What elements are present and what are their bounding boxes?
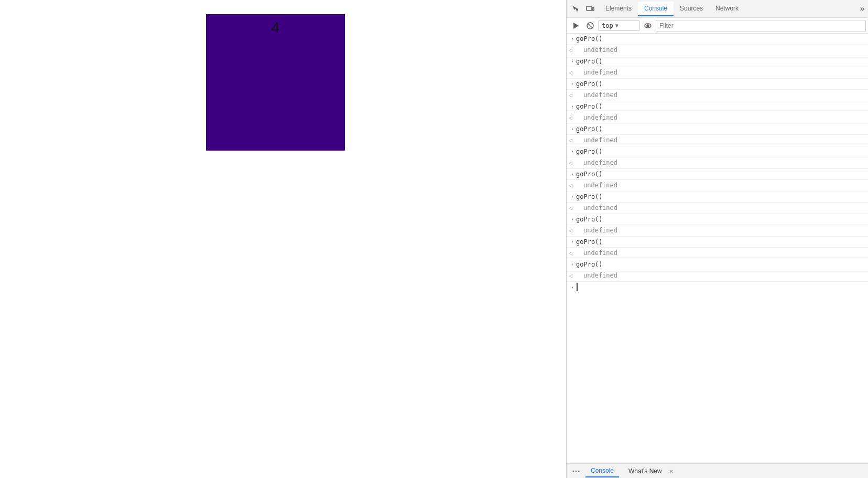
tab-elements[interactable]: Elements	[599, 2, 638, 16]
console-output: › goPro() ◁ undefined › goPro() ◁ undefi…	[567, 34, 868, 463]
console-entry-21: › goPro()	[567, 259, 868, 270]
page-content: 4	[0, 0, 566, 478]
filter-input[interactable]	[656, 20, 866, 31]
console-func-7: goPro()	[576, 102, 603, 111]
console-entry-14: ◁ undefined	[567, 180, 868, 192]
expand-arrow-19[interactable]: ›	[569, 237, 576, 247]
console-entry-8: ◁ undefined	[567, 112, 868, 124]
console-entry-17: › goPro()	[567, 214, 868, 225]
expand-arrow-7[interactable]: ›	[569, 102, 576, 111]
console-cursor	[577, 283, 578, 291]
devtools-top-tabs: Elements Console Sources Network »	[599, 2, 868, 16]
return-arrow-4: ◁	[569, 68, 576, 78]
console-func-21: goPro()	[576, 260, 603, 269]
console-entry-16: ◁ undefined	[567, 203, 868, 214]
console-entry-10: ◁ undefined	[567, 135, 868, 146]
svg-marker-2	[573, 23, 579, 29]
console-undefined-12: undefined	[576, 158, 617, 167]
console-func-13: goPro()	[576, 169, 603, 179]
console-entry-2: ◁ undefined	[567, 45, 868, 56]
expand-arrow-3[interactable]: ›	[569, 57, 576, 66]
console-func-3: goPro()	[576, 57, 603, 66]
console-func-17: goPro()	[576, 215, 603, 224]
console-entry-6: ◁ undefined	[567, 90, 868, 101]
console-entry-7: › goPro()	[567, 101, 868, 112]
expand-arrow-15[interactable]: ›	[569, 192, 576, 201]
svg-point-6	[647, 25, 649, 27]
console-func-15: goPro()	[576, 192, 603, 201]
clear-console-icon[interactable]	[583, 19, 597, 33]
box-number: 4	[272, 19, 280, 36]
return-arrow-6: ◁	[569, 90, 576, 100]
return-arrow-18: ◁	[569, 226, 576, 236]
return-arrow-20: ◁	[569, 248, 576, 258]
console-undefined-14: undefined	[576, 180, 617, 190]
eye-icon[interactable]	[641, 19, 655, 33]
console-entry-15: › goPro()	[567, 192, 868, 203]
console-undefined-2: undefined	[576, 45, 617, 55]
purple-box: 4	[206, 14, 345, 151]
return-arrow-22: ◁	[569, 271, 576, 281]
console-entry-20: ◁ undefined	[567, 248, 868, 259]
expand-arrow-17[interactable]: ›	[569, 215, 576, 224]
bottom-tab-console[interactable]: Console	[585, 465, 619, 477]
close-whats-new-button[interactable]: ✕	[667, 468, 675, 475]
console-entry-19: › goPro()	[567, 237, 868, 248]
return-arrow-14: ◁	[569, 180, 576, 190]
more-tabs-icon[interactable]: »	[856, 2, 868, 16]
console-entry-11: › goPro()	[567, 146, 868, 157]
svg-point-9	[578, 470, 580, 472]
console-undefined-16: undefined	[576, 203, 617, 213]
console-entry-1: › goPro()	[567, 34, 868, 45]
svg-rect-0	[587, 6, 592, 10]
console-undefined-18: undefined	[576, 226, 617, 235]
console-entry-12: ◁ undefined	[567, 157, 868, 169]
expand-arrow-21[interactable]: ›	[569, 260, 576, 269]
bottom-tab-whats-new-group: What's New ✕	[623, 465, 675, 477]
expand-arrow-5[interactable]: ›	[569, 79, 576, 89]
expand-arrow-11[interactable]: ›	[569, 147, 576, 156]
prompt-arrow: ›	[569, 282, 576, 292]
console-undefined-22: undefined	[576, 271, 617, 280]
device-toolbar-icon[interactable]	[583, 2, 597, 16]
tab-console[interactable]: Console	[638, 2, 674, 16]
svg-rect-1	[592, 7, 594, 10]
console-toolbar: top ▼	[567, 18, 868, 34]
console-input-line[interactable]: ›	[567, 282, 868, 292]
console-entry-13: › goPro()	[567, 169, 868, 180]
execute-icon[interactable]	[569, 19, 582, 33]
console-undefined-4: undefined	[576, 68, 617, 77]
console-undefined-6: undefined	[576, 90, 617, 100]
return-arrow-10: ◁	[569, 135, 576, 145]
svg-point-8	[576, 470, 577, 472]
console-func-1: goPro()	[576, 34, 603, 44]
console-entry-4: ◁ undefined	[567, 67, 868, 79]
console-undefined-20: undefined	[576, 248, 617, 258]
inspect-element-icon[interactable]	[569, 2, 582, 16]
console-undefined-10: undefined	[576, 135, 617, 145]
main-area: 4 Elements Console	[0, 0, 868, 478]
context-selector[interactable]: top ▼	[598, 20, 640, 31]
console-undefined-8: undefined	[576, 113, 617, 122]
expand-arrow-13[interactable]: ›	[569, 169, 576, 179]
tab-network[interactable]: Network	[709, 2, 745, 16]
bottom-menu-icon[interactable]	[571, 466, 581, 476]
bottom-tab-whats-new[interactable]: What's New	[623, 465, 667, 477]
bottom-tab-group: Console	[585, 465, 619, 477]
console-func-9: goPro()	[576, 124, 603, 134]
console-entry-9: › goPro()	[567, 124, 868, 135]
devtools-panel: Elements Console Sources Network »	[566, 0, 868, 478]
devtools-header: Elements Console Sources Network »	[567, 0, 868, 18]
chevron-down-icon: ▼	[615, 23, 619, 28]
return-arrow-16: ◁	[569, 203, 576, 213]
svg-line-4	[588, 24, 592, 28]
return-arrow-12: ◁	[569, 158, 576, 168]
tab-sources[interactable]: Sources	[674, 2, 709, 16]
expand-arrow-1[interactable]: ›	[569, 34, 576, 44]
return-arrow-2: ◁	[569, 45, 576, 55]
console-func-19: goPro()	[576, 237, 603, 247]
expand-arrow-9[interactable]: ›	[569, 124, 576, 134]
console-entry-5: › goPro()	[567, 79, 868, 90]
devtools-header-icons	[567, 2, 599, 16]
console-entry-3: › goPro()	[567, 56, 868, 67]
